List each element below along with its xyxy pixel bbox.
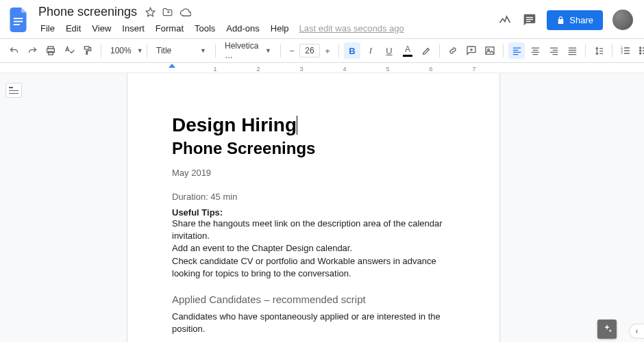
docs-logo[interactable] (7, 8, 32, 32)
menu-file[interactable]: File (36, 21, 60, 36)
menu-addons[interactable]: Add-ons (221, 21, 264, 36)
doc-title-line1: Design Hiring (172, 114, 297, 136)
comments-icon[interactable] (522, 12, 537, 27)
ruler-tick: 5 (386, 66, 389, 73)
share-label: Share (569, 15, 593, 25)
doc-title[interactable]: Phone screenings (36, 4, 140, 20)
menu-view[interactable]: View (87, 21, 116, 36)
fontsize-input[interactable]: 26 (299, 44, 320, 57)
insert-link-button[interactable] (445, 42, 461, 59)
insert-image-button[interactable] (482, 42, 498, 59)
svg-rect-4 (526, 19, 533, 20)
spellcheck-button[interactable] (61, 42, 77, 59)
share-button[interactable]: Share (547, 10, 603, 30)
align-left-button[interactable] (508, 42, 525, 59)
ruler-tick: 1 (213, 66, 216, 73)
tip-line: Add an event to the Chapter Design calen… (172, 242, 455, 255)
underline-button[interactable]: U (381, 42, 397, 59)
activity-icon[interactable] (497, 12, 512, 27)
menu-tools[interactable]: Tools (190, 21, 220, 36)
toolbar: 100%▼ Title▼ Helvetica …▼ − 26 + B I U A… (0, 38, 644, 63)
indent-marker[interactable] (169, 64, 175, 68)
tip-line: Share the hangouts meet link on the desc… (172, 218, 455, 242)
account-avatar[interactable] (612, 10, 633, 30)
svg-point-16 (640, 50, 641, 51)
svg-point-15 (640, 47, 641, 49)
doc-duration: Duration: 45 min (172, 192, 455, 202)
tip-line: Check candidate CV or portfolio and Work… (172, 255, 455, 280)
undo-button[interactable] (5, 42, 22, 59)
move-icon[interactable] (162, 8, 173, 16)
align-justify-button[interactable] (564, 42, 580, 59)
menu-help[interactable]: Help (266, 21, 294, 36)
svg-rect-3 (526, 17, 533, 18)
italic-button[interactable]: I (362, 42, 379, 59)
explore-button[interactable] (597, 320, 617, 339)
show-side-panel[interactable]: ‹ (629, 324, 644, 339)
ruler-tick: 7 (472, 66, 475, 73)
doc-title-line2: Phone Screenings (172, 139, 455, 158)
highlight-button[interactable] (418, 42, 434, 59)
cloud-status-icon[interactable] (179, 8, 191, 16)
doc-date: May 2019 (172, 168, 455, 178)
tips-heading: Useful Tips: (172, 207, 455, 218)
zoom-select[interactable]: 100%▼ (106, 44, 142, 57)
workspace: Design Hiring Phone Screenings May 2019 … (0, 73, 644, 342)
text-cursor (297, 116, 297, 135)
svg-rect-5 (526, 21, 531, 22)
fontsize-increase[interactable]: + (321, 42, 334, 59)
star-icon[interactable] (145, 7, 156, 17)
svg-rect-10 (486, 47, 494, 55)
outline-toggle[interactable] (5, 83, 22, 98)
redo-button[interactable] (24, 42, 40, 59)
print-button[interactable] (42, 42, 59, 59)
ruler[interactable]: 1 2 3 4 5 6 7 (0, 63, 644, 73)
svg-rect-0 (14, 18, 23, 19)
align-right-button[interactable] (545, 42, 562, 59)
section-subtitle: Candidates who have spontaneously applie… (172, 311, 455, 335)
paint-format-button[interactable] (79, 42, 96, 59)
ruler-tick: 4 (343, 66, 346, 73)
section-heading: Applied Candidates – recommended script (172, 294, 455, 305)
bulleted-list-button[interactable] (636, 42, 644, 59)
svg-point-17 (640, 53, 641, 54)
ruler-tick: 6 (429, 66, 432, 73)
fontsize-decrease[interactable]: − (286, 42, 298, 59)
ruler-tick: 3 (299, 66, 303, 73)
line-spacing-button[interactable] (591, 42, 607, 59)
bold-button[interactable]: B (344, 42, 360, 59)
last-edit-link[interactable]: Last edit was seconds ago (299, 23, 404, 34)
menu-insert[interactable]: Insert (117, 21, 149, 36)
svg-rect-1 (14, 21, 23, 23)
align-center-button[interactable] (527, 42, 543, 59)
add-comment-button[interactable] (463, 42, 480, 59)
paragraph-style-select[interactable]: Title▼ (152, 44, 210, 57)
svg-rect-2 (14, 24, 20, 25)
lock-icon (556, 16, 565, 25)
text-color-button[interactable]: A (399, 42, 416, 59)
font-select[interactable]: Helvetica …▼ (221, 40, 275, 62)
menu-bar: File Edit View Insert Format Tools Add-o… (36, 20, 497, 36)
svg-rect-9 (84, 47, 89, 49)
svg-text:3: 3 (621, 51, 623, 55)
ruler-tick: 2 (256, 66, 260, 73)
numbered-list-button[interactable]: 123 (617, 42, 634, 59)
doc-header: Phone screenings File Edit View Insert F… (0, 0, 644, 36)
menu-format[interactable]: Format (151, 21, 188, 36)
document-page[interactable]: Design Hiring Phone Screenings May 2019 … (127, 73, 499, 342)
menu-edit[interactable]: Edit (61, 21, 86, 36)
